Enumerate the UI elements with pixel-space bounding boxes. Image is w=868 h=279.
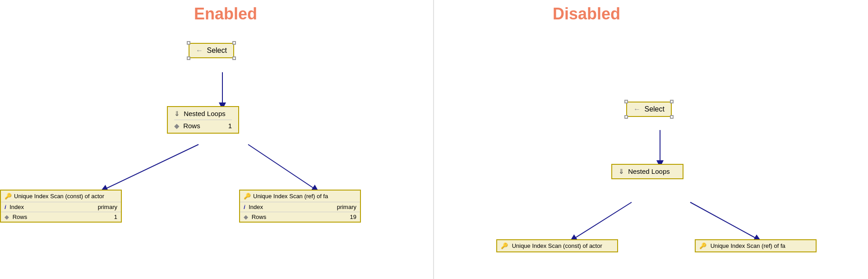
key-icon-dis-left: 🔑 <box>501 242 508 249</box>
index-label-left: Index <box>9 204 24 210</box>
rows-value-nested: 1 <box>228 122 232 130</box>
svg-line-2 <box>248 144 316 190</box>
enabled-scan-right-title: Unique Index Scan (ref) of fa <box>253 193 328 200</box>
rows-value-left: 1 <box>114 214 117 220</box>
disabled-nested-loops-node[interactable]: ⇓ Nested Loops <box>611 164 683 179</box>
diamond-icon-nested: ◆ <box>174 122 180 130</box>
index-label-right: Index <box>249 204 263 210</box>
disabled-nested-loops-icon: ⇓ <box>619 167 624 175</box>
disabled-nested-loops-label: Nested Loops <box>628 167 670 175</box>
info-icon-left: i <box>5 204 6 210</box>
key-icon-dis-right: 🔑 <box>699 242 706 249</box>
svg-line-1 <box>104 144 199 190</box>
rows-label-left: Rows <box>13 214 28 220</box>
enabled-nested-loops-node[interactable]: ⇓ Nested Loops ◆ Rows 1 <box>167 106 239 134</box>
nested-loops-icon: ⇓ <box>174 110 180 117</box>
index-value-left: primary <box>98 204 117 210</box>
connector-lines <box>0 0 868 279</box>
disabled-title: Disabled <box>496 5 677 23</box>
disabled-scan-right[interactable]: 🔑 Unique Index Scan (ref) of fa <box>695 239 817 252</box>
key-icon-left: 🔑 <box>5 193 12 200</box>
disabled-scan-left[interactable]: 🔑 Unique Index Scan (const) of actor <box>496 239 618 252</box>
enabled-scan-right[interactable]: 🔑 Unique Index Scan (ref) of fa i Index … <box>239 190 361 223</box>
diamond-icon-right: ◆ <box>244 214 248 220</box>
svg-line-4 <box>573 202 632 239</box>
diagram-container: Enabled Disabled ← Select ⇓ Nested Loops… <box>0 0 868 279</box>
disabled-scan-left-title: Unique Index Scan (const) of actor <box>512 242 602 249</box>
disabled-select-label: Select <box>644 105 664 113</box>
enabled-title: Enabled <box>135 5 316 23</box>
enabled-select-node[interactable]: ← Select <box>189 43 234 58</box>
enabled-nested-loops-label: Nested Loops <box>184 110 226 117</box>
enabled-select-label: Select <box>207 46 226 54</box>
rows-label-nested: Rows <box>183 122 200 130</box>
rows-value-right: 19 <box>350 214 356 220</box>
enabled-scan-left[interactable]: 🔑 Unique Index Scan (const) of actor i I… <box>0 190 122 223</box>
enabled-scan-left-title: Unique Index Scan (const) of actor <box>14 193 104 200</box>
key-icon-right: 🔑 <box>244 193 251 200</box>
index-value-right: primary <box>337 204 356 210</box>
disabled-scan-right-title: Unique Index Scan (ref) of fa <box>711 242 785 249</box>
info-icon-right: i <box>244 204 245 210</box>
disabled-select-node[interactable]: ← Select <box>626 102 672 117</box>
diamond-icon-left: ◆ <box>5 214 9 220</box>
rows-label-right: Rows <box>252 214 267 220</box>
disabled-select-arrow-icon: ← <box>633 105 641 113</box>
select-left-arrow-icon: ← <box>196 46 203 54</box>
svg-line-5 <box>690 202 758 239</box>
section-divider <box>433 0 434 279</box>
